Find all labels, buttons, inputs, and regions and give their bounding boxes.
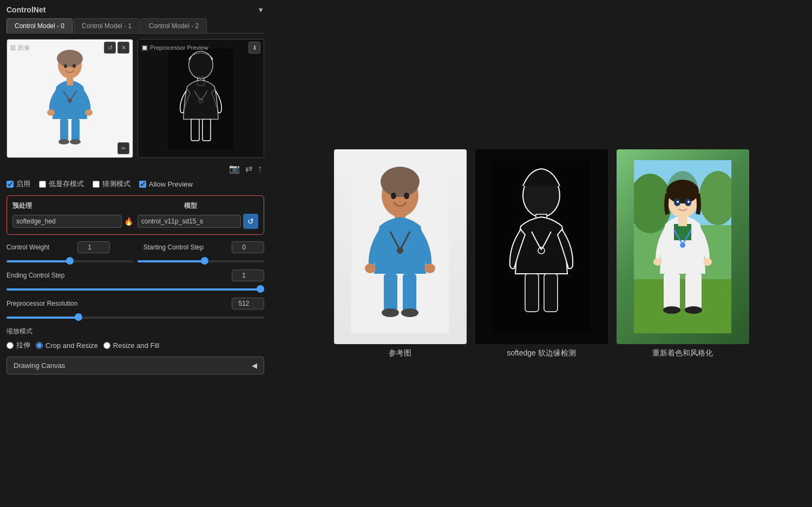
preview-icon: 🔲: [141, 45, 148, 51]
result-nurse-svg: [351, 160, 449, 333]
scale-crop-item[interactable]: Crop and Resize: [36, 341, 98, 350]
scale-mode-section: 缩放模式 拉伸 Crop and Resize Resize and Fill: [6, 327, 264, 350]
scale-stretch-item[interactable]: 拉伸: [6, 340, 30, 350]
right-panel: 参考图: [271, 0, 812, 507]
ending-step-input[interactable]: [232, 269, 264, 281]
preview-image-panel[interactable]: 🔲 Preprocessor Preview ⬇: [137, 39, 264, 158]
close-image-btn[interactable]: ✕: [117, 42, 129, 54]
svg-rect-44: [634, 279, 731, 333]
guess-mode-checkbox[interactable]: [93, 181, 100, 188]
svg-point-22: [381, 167, 420, 197]
edge-detection-preview-svg: [168, 49, 233, 149]
scale-crop-radio[interactable]: [36, 342, 43, 349]
svg-rect-3: [67, 77, 73, 85]
source-image-panel[interactable]: 🖼 图像 ↺ ✕: [6, 39, 133, 158]
result-nurse-original: [334, 149, 467, 344]
svg-rect-57: [685, 274, 702, 309]
result-label-2: 重新着色和风格化: [652, 348, 713, 358]
svg-point-8: [73, 64, 76, 68]
collapse-icon[interactable]: ▼: [257, 6, 264, 14]
svg-point-19: [189, 51, 213, 78]
low-vram-checkbox[interactable]: [39, 181, 46, 188]
fire-icon[interactable]: 🔥: [124, 217, 133, 226]
low-vram-checkbox-item[interactable]: 低显存模式: [39, 179, 84, 189]
scale-stretch-radio[interactable]: [6, 342, 14, 349]
drawing-canvas-row[interactable]: Drawing Canvas ◀: [6, 357, 264, 374]
controlnet-header: ControlNet ▼: [6, 5, 264, 14]
section-labels-row: 预处理 模型: [12, 201, 258, 210]
tab-control-model-0[interactable]: Control Model - 0: [6, 18, 73, 33]
svg-point-32: [401, 308, 418, 317]
svg-point-12: [70, 139, 81, 144]
scale-fill-item[interactable]: Resize and Fill: [103, 341, 159, 350]
refresh-model-btn[interactable]: ↺: [243, 214, 258, 229]
svg-point-31: [382, 308, 399, 317]
svg-point-24: [365, 264, 376, 273]
refresh-image-btn[interactable]: ↺: [104, 42, 116, 54]
tabs-container: Control Model - 0 Control Model - 1 Cont…: [6, 18, 264, 34]
dropdowns-row: softedge_hed 🔥 control_v11p_sd15_s ↺: [12, 214, 258, 229]
drawing-canvas-label: Drawing Canvas: [14, 361, 65, 370]
svg-rect-30: [403, 274, 416, 312]
scale-fill-radio[interactable]: [103, 342, 110, 349]
enable-checkbox-item[interactable]: 启用: [6, 179, 30, 189]
result-item-2: 重新着色和风格化: [617, 149, 749, 358]
svg-rect-29: [384, 274, 397, 312]
svg-point-46: [666, 180, 699, 203]
download-preview-btn[interactable]: ⬇: [248, 42, 260, 54]
starting-step-thumb[interactable]: [201, 257, 208, 265]
resolution-thumb[interactable]: [75, 313, 82, 321]
upload-icon[interactable]: ↑: [258, 164, 262, 174]
resolution-row: Preprocessor Resolution: [6, 298, 264, 310]
svg-point-55: [703, 258, 712, 266]
control-weight-input[interactable]: [77, 241, 110, 253]
source-image-content: [7, 39, 133, 157]
result-item-0: 参考图: [334, 149, 467, 358]
allow-preview-checkbox-item[interactable]: Allow Preview: [139, 180, 193, 188]
resolution-slider-wrap: [6, 313, 264, 320]
svg-rect-37: [525, 274, 539, 312]
weight-step-row: Control Weight Starting Control Step: [6, 241, 264, 253]
preview-image-label: 🔲 Preprocessor Preview: [141, 44, 208, 51]
result-item-1: softedge 软边缘检测: [475, 149, 608, 358]
svg-point-59: [685, 306, 702, 314]
preview-image-header: 🔲 Preprocessor Preview ⬇: [141, 42, 260, 54]
result-label-0: 参考图: [389, 348, 411, 358]
control-weight-thumb[interactable]: [66, 257, 74, 265]
svg-rect-38: [544, 274, 558, 312]
toolbar-controls: 📷 ⇄ ↑: [6, 163, 264, 174]
drawing-canvas-chevron: ◀: [252, 361, 257, 370]
svg-point-27: [391, 193, 396, 199]
scale-mode-radio-group: 拉伸 Crop and Resize Resize and Fill: [6, 340, 264, 350]
guess-mode-checkbox-item[interactable]: 猜测模式: [93, 179, 130, 189]
enable-checkbox[interactable]: [6, 181, 14, 188]
resolution-input[interactable]: [232, 298, 264, 310]
preprocessor-select[interactable]: softedge_hed: [12, 215, 122, 228]
svg-rect-52: [678, 214, 687, 226]
edit-image-btn[interactable]: ✏: [117, 142, 129, 154]
weight-step-sliders: [6, 256, 264, 264]
svg-rect-9: [60, 119, 68, 141]
svg-point-26: [397, 247, 403, 254]
svg-point-58: [663, 306, 680, 314]
svg-point-50: [687, 201, 690, 203]
svg-rect-10: [71, 119, 80, 141]
source-image-header: 🖼 图像 ↺ ✕: [10, 42, 129, 54]
tab-control-model-1[interactable]: Control Model - 1: [74, 18, 140, 33]
starting-step-input[interactable]: [232, 241, 264, 253]
ending-step-thumb[interactable]: [257, 285, 264, 293]
source-image-label: 🖼 图像: [10, 44, 30, 52]
model-dropdown-wrap: control_v11p_sd15_s ↺: [137, 214, 258, 229]
camera-icon[interactable]: 📷: [229, 163, 240, 174]
allow-preview-checkbox[interactable]: [139, 181, 146, 188]
result-anime-svg: [634, 160, 731, 333]
left-panel: ControlNet ▼ Control Model - 0 Control M…: [0, 0, 271, 507]
ending-step-row: Ending Control Step: [6, 269, 264, 281]
results-row: 参考图: [334, 149, 749, 358]
options-checkboxes: 启用 低显存模式 猜测模式 Allow Preview: [6, 179, 264, 189]
tab-control-model-2[interactable]: Control Model - 2: [141, 18, 207, 33]
svg-point-11: [58, 139, 69, 144]
svg-point-6: [68, 98, 72, 103]
model-select[interactable]: control_v11p_sd15_s: [137, 215, 241, 228]
swap-icon[interactable]: ⇄: [245, 163, 252, 174]
